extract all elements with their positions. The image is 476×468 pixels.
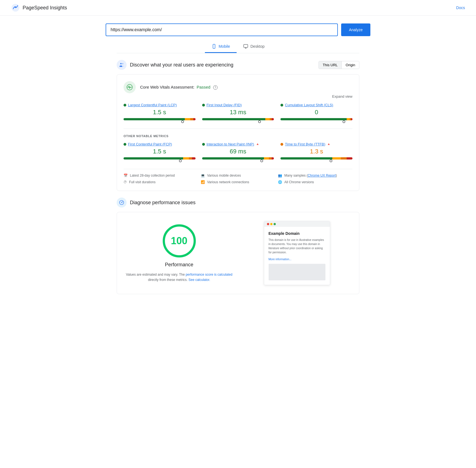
ttfb-experimental-icon: 🔺	[327, 142, 331, 146]
fcp-marker	[179, 159, 182, 162]
expand-view-link[interactable]: Expand view	[332, 94, 352, 99]
crux-section-title: Discover what your real users are experi…	[130, 62, 233, 68]
cwv-assessment-text: Core Web Vitals Assessment: Passed ?	[140, 85, 218, 90]
app-header: PageSpeed Insights Docs	[0, 0, 476, 16]
cwv-badge	[124, 81, 136, 93]
inp-dot	[202, 143, 205, 146]
chrome-icon: 🌐	[278, 180, 282, 184]
diagnose-section-title: Diagnose performance issues	[130, 200, 196, 206]
tab-mobile-label: Mobile	[219, 44, 230, 49]
origin-button[interactable]: Origin	[341, 61, 359, 69]
fcp-label[interactable]: First Contentful Paint (FCP)	[128, 142, 172, 146]
cls-label[interactable]: Cumulative Layout Shift (CLS)	[285, 103, 333, 107]
metric-cls: Cumulative Layout Shift (CLS) 0	[280, 103, 352, 123]
cwv-help-icon[interactable]: ?	[213, 85, 218, 90]
inp-bar	[202, 157, 274, 159]
users-icon	[119, 62, 124, 68]
calendar-icon: 📅	[124, 174, 128, 177]
info-chrome-text: All Chrome versions	[284, 180, 314, 184]
gauge-icon	[119, 200, 124, 205]
cls-marker	[343, 120, 345, 123]
wifi-icon: 📶	[201, 180, 205, 184]
diagnose-section-icon	[117, 198, 127, 208]
score-number: 100	[171, 235, 187, 247]
cls-dot	[280, 104, 283, 107]
tabs-container: Mobile Desktop	[106, 41, 370, 53]
other-notable-label: OTHER NOTABLE METRICS	[124, 134, 352, 138]
lcp-bar	[124, 118, 196, 120]
preview-text: This domain is for use in illustrative e…	[269, 238, 325, 254]
fid-dot	[202, 104, 205, 107]
crux-section-icon	[117, 60, 127, 70]
svg-point-7	[120, 63, 122, 64]
score-note: Values are estimated and may vary. The p…	[124, 272, 234, 283]
metric-fcp: First Contentful Paint (FCP) 1.5 s	[124, 142, 196, 162]
info-item-network: 📶 Various network connections	[201, 180, 275, 184]
analyze-button[interactable]: Analyze	[341, 23, 370, 36]
info-item-duration: ⏱ Full visit durations	[124, 180, 198, 184]
metric-inp: Interaction to Next Paint (INP) 🔺 69 ms	[202, 142, 274, 162]
crux-section-header: Discover what your real users are experi…	[117, 60, 359, 70]
svg-rect-4	[244, 44, 248, 47]
metric-ttfb: Time to First Byte (TTFB) 🔺 1.3 s	[280, 142, 352, 162]
expand-view-row: Expand view	[124, 94, 352, 99]
svg-point-11	[121, 202, 122, 203]
info-duration-text: Full visit durations	[129, 180, 156, 184]
mobile-icon	[212, 44, 216, 49]
lcp-dot	[124, 104, 126, 107]
lcp-label[interactable]: Largest Contentful Paint (LCP)	[128, 103, 177, 107]
lcp-value: 1.5 s	[124, 109, 196, 116]
svg-rect-2	[213, 44, 215, 49]
cwv-status: Passed	[197, 85, 210, 89]
fcp-bar	[124, 157, 196, 159]
other-notable-section: OTHER NOTABLE METRICS First Contentful P…	[124, 134, 352, 162]
tab-desktop[interactable]: Desktop	[237, 41, 271, 53]
inp-label[interactable]: Interaction to Next Paint (INP)	[207, 142, 254, 146]
pagespeed-logo-icon	[11, 3, 20, 12]
header-left: PageSpeed Insights	[11, 3, 67, 12]
ttfb-value: 1.3 s	[280, 148, 352, 155]
ttfb-label[interactable]: Time to First Byte (TTFB)	[285, 142, 325, 146]
core-metrics-grid: Largest Contentful Paint (LCP) 1.5 s Fir	[124, 103, 352, 129]
svg-point-8	[122, 63, 123, 64]
cls-bar	[280, 118, 352, 120]
info-item-devices: 💻 Various mobile devices	[201, 174, 275, 177]
other-metrics-grid: First Contentful Paint (FCP) 1.5 s	[124, 142, 352, 162]
fid-bar	[202, 118, 274, 120]
app-title: PageSpeed Insights	[23, 5, 67, 11]
svg-point-1	[15, 6, 16, 8]
fid-label[interactable]: First Input Delay (FID)	[207, 103, 242, 107]
score-circle: 100	[163, 224, 196, 257]
desktop-icon	[243, 44, 248, 49]
website-preview: Example Domain This domain is for use in…	[264, 221, 330, 285]
inp-experimental-icon: 🔺	[256, 142, 260, 146]
info-grid: 📅 Latest 28-day collection period 💻 Vari…	[124, 169, 352, 184]
devices-icon: 💻	[201, 174, 205, 177]
performance-score-link[interactable]: performance score is calculated	[186, 273, 232, 276]
diagnose-card: 100 Performance Values are estimated and…	[117, 212, 359, 294]
this-url-button[interactable]: This URL	[319, 61, 341, 69]
fcp-dot	[124, 143, 126, 146]
see-calculator-link[interactable]: See calculator.	[188, 278, 210, 282]
preview-more-link[interactable]: More information...	[269, 258, 292, 261]
ttfb-dot	[280, 143, 283, 146]
info-samples-text: Many samples (Chrome UX Report)	[284, 174, 337, 177]
fid-marker	[258, 120, 261, 123]
preview-header	[264, 221, 330, 227]
score-section: 100 Performance Values are estimated and…	[124, 221, 235, 283]
crux-card: Core Web Vitals Assessment: Passed ? Exp…	[117, 74, 359, 191]
search-section: Analyze	[95, 16, 381, 41]
chrome-ux-report-link[interactable]: Chrome UX Report	[308, 174, 336, 177]
docs-link[interactable]: Docs	[456, 6, 465, 10]
preview-gray-area	[269, 264, 325, 280]
tab-mobile[interactable]: Mobile	[205, 41, 237, 53]
ttfb-bar	[280, 157, 352, 159]
website-preview-container: Example Domain This domain is for use in…	[241, 221, 352, 285]
url-input[interactable]	[106, 23, 338, 36]
url-origin-toggle: This URL Origin	[319, 61, 359, 69]
score-label: Performance	[165, 262, 193, 268]
main-content: Discover what your real users are experi…	[106, 53, 370, 301]
diagnose-section-header: Diagnose performance issues	[117, 198, 359, 208]
heartbeat-icon	[126, 84, 133, 91]
score-note-text: Values are estimated and may vary. The	[126, 273, 186, 276]
